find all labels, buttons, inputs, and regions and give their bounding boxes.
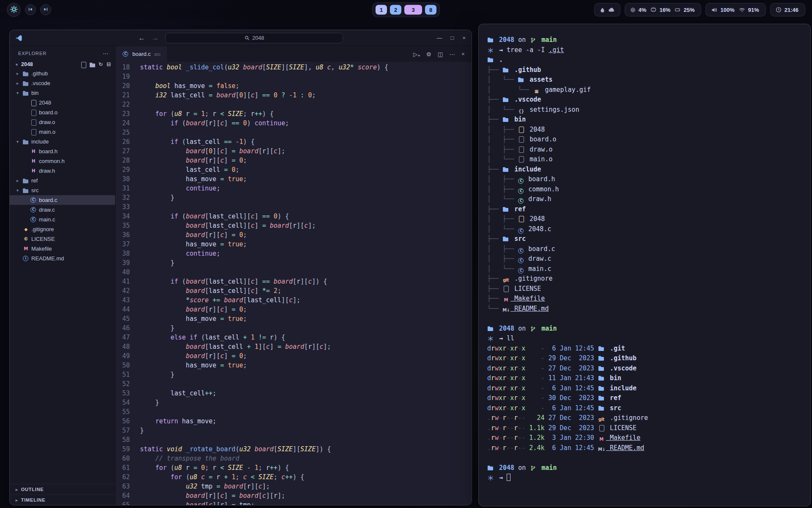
- code-line-18[interactable]: 18static bool _slide_col(u32 board[SIZE]…: [115, 63, 472, 72]
- explorer-item-.gitignore[interactable]: ◆.gitignore: [10, 224, 115, 234]
- close-button[interactable]: ×: [462, 35, 466, 41]
- explorer-more-button[interactable]: ⋯: [103, 50, 109, 57]
- code-line-57[interactable]: 57}: [115, 426, 472, 435]
- explorer-item-draw.o[interactable]: draw.o: [10, 117, 115, 127]
- code-line-36[interactable]: 36 board[r][c] = 0;: [115, 230, 472, 240]
- code-line-43[interactable]: 43 *score += board[last_cell][c];: [115, 295, 472, 305]
- explorer-item-draw.h[interactable]: Hdraw.h: [10, 166, 115, 176]
- weather-module[interactable]: [594, 3, 620, 17]
- terminal-window[interactable]: 2048 on main → tree -a -I .git .├── .git…: [478, 24, 811, 506]
- explorer-item-.github[interactable]: ▸.github: [10, 69, 115, 78]
- code-line-45[interactable]: 45 has_move = true;: [115, 314, 472, 323]
- refresh-button[interactable]: ↻: [99, 61, 103, 67]
- code-line-27[interactable]: 27 board[0][c] = board[r][c];: [115, 146, 472, 156]
- code-line-29[interactable]: 29 last_cell = 0;: [115, 165, 472, 174]
- run-button[interactable]: ▷▾: [413, 51, 420, 58]
- code-line-41[interactable]: 41 if (board[last_cell][c] == board[r][c…: [115, 277, 472, 286]
- explorer-item-ref[interactable]: ▸ref: [10, 176, 115, 185]
- outline-section[interactable]: ▸ OUTLINE: [10, 484, 115, 494]
- code-line-24[interactable]: 24 if (board[r][c] == 0) continue;: [115, 119, 472, 128]
- project-root-row[interactable]: ▾ 2048 ↻ ⊟: [10, 61, 115, 69]
- workspace-button-3[interactable]: 3: [404, 5, 422, 15]
- code-line-21[interactable]: 21 i32 last_cell = board[0][c] == 0 ? -1…: [115, 91, 472, 100]
- code-line-58[interactable]: 58: [115, 435, 472, 444]
- code-line-54[interactable]: 54 }: [115, 398, 472, 407]
- code-line-63[interactable]: 63 u32 tmp = board[r][c];: [115, 482, 472, 491]
- explorer-item-draw.c[interactable]: Cdraw.c: [10, 205, 115, 215]
- explorer-item-README.md[interactable]: iREADME.md: [10, 254, 115, 263]
- explorer-item-main.c[interactable]: Cmain.c: [10, 215, 115, 224]
- explorer-item-Makefile[interactable]: MMakefile: [10, 244, 115, 254]
- code-line-46[interactable]: 46 }: [115, 323, 472, 333]
- code-line-19[interactable]: 19: [115, 72, 472, 81]
- code-line-31[interactable]: 31 continue;: [115, 184, 472, 193]
- code-line-20[interactable]: 20 bool has_move = false;: [115, 81, 472, 91]
- explorer-item-.vscode[interactable]: ▸.vscode: [10, 78, 115, 88]
- split-editor-button[interactable]: ◫: [438, 51, 443, 58]
- code-line-53[interactable]: 53 last_cell++;: [115, 389, 472, 398]
- launcher-button[interactable]: [7, 3, 21, 17]
- code-line-44[interactable]: 44 board[r][c] = 0;: [115, 305, 472, 314]
- close-editor-button[interactable]: ×: [461, 51, 465, 57]
- code-line-60[interactable]: 60 // transpose the board: [115, 454, 472, 463]
- explorer-item-LICENSE[interactable]: ©LICENSE: [10, 234, 115, 244]
- code-line-56[interactable]: 56 return has_move;: [115, 417, 472, 426]
- maximize-button[interactable]: □: [451, 35, 454, 41]
- workspace-button-1[interactable]: 1: [376, 5, 387, 15]
- code-line-22[interactable]: 22: [115, 100, 472, 109]
- code-line-49[interactable]: 49 board[r][c] = 0;: [115, 351, 472, 361]
- code-line-23[interactable]: 23 for (u8 r = 1; r < SIZE; r++) {: [115, 109, 472, 119]
- workspace-button-2[interactable]: 2: [390, 5, 401, 15]
- code-line-39[interactable]: 39 }: [115, 258, 472, 268]
- media-next-button[interactable]: [40, 4, 51, 15]
- code-line-33[interactable]: 33: [115, 202, 472, 212]
- code-line-26[interactable]: 26 if (last_cell == -1) {: [115, 137, 472, 146]
- code-line-35[interactable]: 35 board[last_cell][c] = board[r][c];: [115, 221, 472, 230]
- clock-module[interactable]: 21:46: [770, 3, 805, 17]
- code-line-25[interactable]: 25: [115, 128, 472, 137]
- collapse-all-button[interactable]: ⊟: [107, 61, 111, 67]
- tab-board-c[interactable]: C board.c src: [115, 46, 168, 62]
- audio-network-module[interactable]: 100% 91%: [705, 3, 765, 17]
- code-line-34[interactable]: 34 if (board[last_cell][c] == 0) {: [115, 212, 472, 221]
- explorer-item-board.c[interactable]: Cboard.c: [10, 195, 115, 205]
- code-line-48[interactable]: 48 board[last_cell + 1][c] = board[r][c]…: [115, 342, 472, 351]
- code-line-62[interactable]: 62 for (u8 c = r + 1; c < SIZE; c++) {: [115, 472, 472, 482]
- code-line-50[interactable]: 50 has_move = true;: [115, 361, 472, 370]
- code-line-32[interactable]: 32 }: [115, 193, 472, 202]
- explorer-item-2048[interactable]: 2048: [10, 98, 115, 108]
- code-editor[interactable]: 18static bool _slide_col(u32 board[SIZE]…: [115, 62, 472, 505]
- media-prev-button[interactable]: [25, 4, 36, 15]
- new-file-button[interactable]: [80, 62, 85, 67]
- code-line-42[interactable]: 42 board[last_cell][c] *= 2;: [115, 286, 472, 295]
- nav-back-button[interactable]: ←: [138, 35, 145, 41]
- code-line-40[interactable]: 40: [115, 268, 472, 277]
- code-line-47[interactable]: 47 else if (last_cell + 1 != r) {: [115, 333, 472, 342]
- code-line-65[interactable]: 65 board[c][r] = tmp;: [115, 500, 472, 505]
- code-line-55[interactable]: 55: [115, 407, 472, 417]
- timeline-section[interactable]: ▸ TIMELINE: [10, 494, 115, 505]
- code-line-28[interactable]: 28 board[r][c] = 0;: [115, 156, 472, 165]
- explorer-item-src[interactable]: ▾src: [10, 185, 115, 195]
- settings-button[interactable]: ⚙: [426, 51, 431, 58]
- more-actions-button[interactable]: ⋯: [450, 51, 455, 58]
- explorer-item-main.o[interactable]: main.o: [10, 127, 115, 137]
- nav-forward-button[interactable]: →: [152, 35, 159, 41]
- minimize-button[interactable]: —: [437, 35, 442, 41]
- command-center-search[interactable]: 2048: [165, 33, 343, 43]
- workspace-button-8[interactable]: 8: [425, 5, 436, 15]
- code-line-52[interactable]: 52: [115, 379, 472, 389]
- code-line-61[interactable]: 61 for (u8 r = 0; r < SIZE - 1; r++) {: [115, 463, 472, 472]
- code-line-64[interactable]: 64 board[r][c] = board[c][r];: [115, 491, 472, 500]
- code-line-30[interactable]: 30 has_move = true;: [115, 174, 472, 184]
- explorer-item-common.h[interactable]: Hcommon.h: [10, 156, 115, 166]
- system-stats-module[interactable]: 4% 16% 25%: [625, 3, 702, 17]
- explorer-item-include[interactable]: ▾include: [10, 137, 115, 146]
- code-line-38[interactable]: 38 continue;: [115, 249, 472, 258]
- explorer-item-board.o[interactable]: board.o: [10, 108, 115, 117]
- code-line-59[interactable]: 59static void _rotate_board(u32 board[SI…: [115, 444, 472, 454]
- explorer-item-bin[interactable]: ▾bin: [10, 88, 115, 98]
- code-line-51[interactable]: 51 }: [115, 370, 472, 379]
- explorer-item-board.h[interactable]: Hboard.h: [10, 146, 115, 156]
- code-line-37[interactable]: 37 has_move = true;: [115, 240, 472, 249]
